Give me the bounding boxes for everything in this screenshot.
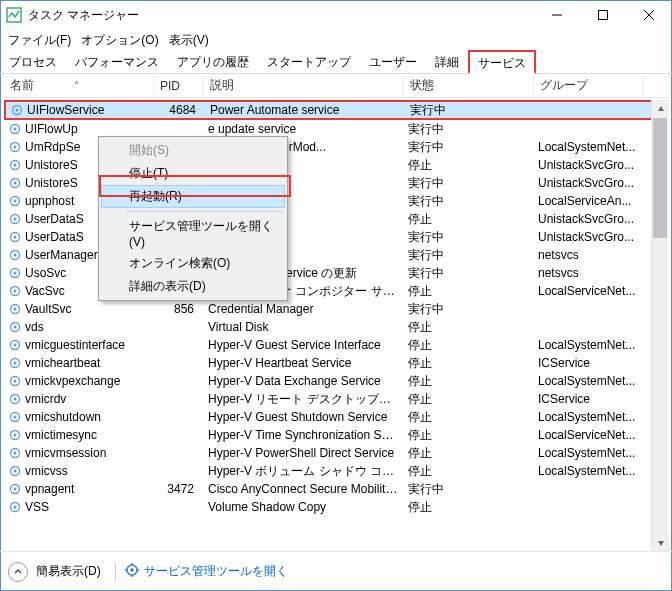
service-desc: Hyper-V PowerShell Direct Service [204, 446, 404, 460]
minimize-button[interactable] [534, 0, 580, 30]
service-group: UnistackSvcGro... [534, 212, 644, 226]
service-icon [8, 194, 22, 208]
table-row[interactable]: vmicvmsessionHyper-V PowerShell Direct S… [4, 444, 668, 462]
service-state: 停止 [404, 391, 534, 408]
scroll-down-button[interactable] [652, 534, 669, 551]
service-state: 停止 [404, 211, 534, 228]
table-row[interactable]: vmicheartbeatHyper-V Heartbeat Service停止… [4, 354, 668, 372]
service-desc: Hyper-V Data Exchange Service [204, 374, 404, 388]
table-row[interactable]: vmicshutdownHyper-V Guest Shutdown Servi… [4, 408, 668, 426]
ctx-start[interactable]: 開始(S) [101, 139, 285, 162]
table-row[interactable]: vmicvssHyper-V ボリューム シャドウ コピー リク...停止Loc… [4, 462, 668, 480]
service-name: UnistoreS [25, 176, 78, 190]
tab-strip: プロセスパフォーマンスアプリの履歴スタートアップユーザー詳細サービス [0, 50, 672, 74]
svg-point-18 [14, 218, 17, 221]
open-services-link[interactable]: サービス管理ツールを開く [124, 562, 288, 581]
menu-file[interactable]: ファイル(F) [4, 30, 75, 51]
service-name: vmicvmsession [25, 446, 106, 460]
table-row[interactable]: VaultSvc856Credential Manager実行中 [4, 300, 668, 318]
service-state: 停止 [404, 337, 534, 354]
tab-0[interactable]: プロセス [0, 50, 66, 73]
svg-point-40 [14, 416, 17, 419]
service-icon [8, 500, 22, 514]
service-name: vmicrdv [25, 392, 66, 406]
service-name: VacSvc [25, 284, 65, 298]
svg-point-12 [14, 164, 17, 167]
column-header-desc[interactable]: 説明 [204, 74, 404, 97]
service-group: LocalSystemNet... [534, 464, 644, 478]
service-state: 実行中 [404, 139, 534, 156]
svg-marker-51 [658, 106, 664, 111]
svg-point-28 [14, 308, 17, 311]
table-row[interactable]: UIFlowService4684Power Automate service実… [4, 100, 668, 120]
service-desc: Power Automate service [206, 103, 406, 117]
tab-4[interactable]: ユーザー [360, 50, 426, 73]
service-group: netsvcs [534, 266, 644, 280]
menu-bar: ファイル(F) オプション(O) 表示(V) [0, 30, 672, 50]
status-bar: 簡易表示(D) サービス管理ツールを開く [0, 551, 672, 591]
fewer-details-toggle[interactable] [8, 562, 28, 582]
column-header-group[interactable]: グループ [534, 74, 644, 97]
column-header-state[interactable]: 状態 [404, 74, 534, 97]
table-row[interactable]: vdsVirtual Disk停止 [4, 318, 668, 336]
service-desc: Virtual Disk [204, 320, 404, 334]
svg-point-54 [130, 568, 134, 572]
table-row[interactable]: vpnagent3472Cisco AnyConnect Secure Mobi… [4, 480, 668, 498]
service-name: UserDataS [25, 230, 84, 244]
ctx-online-search[interactable]: オンライン検索(O) [101, 252, 285, 275]
svg-point-50 [14, 506, 17, 509]
service-desc: Hyper-V Heartbeat Service [204, 356, 404, 370]
tab-5[interactable]: 詳細 [426, 50, 468, 73]
service-state: 停止 [404, 373, 534, 390]
scroll-up-button[interactable] [652, 100, 669, 117]
service-name: vmictimesync [25, 428, 97, 442]
service-state: 停止 [404, 427, 534, 444]
scrollbar-thumb[interactable] [653, 118, 667, 238]
table-row[interactable]: vmictimesyncHyper-V Time Synchronization… [4, 426, 668, 444]
sort-arrow-icon: ˄ [74, 80, 79, 91]
ctx-show-details[interactable]: 詳細の表示(D) [101, 275, 285, 298]
menu-options[interactable]: オプション(O) [77, 30, 162, 51]
table-row[interactable]: vmicrdvHyper-V リモート デスクトップ仮想化サ...停止ICSer… [4, 390, 668, 408]
svg-point-42 [14, 434, 17, 437]
service-name: UnistoreS [25, 158, 78, 172]
service-desc: Hyper-V リモート デスクトップ仮想化サ... [204, 391, 404, 408]
service-desc: Credential Manager [204, 302, 404, 316]
tab-2[interactable]: アプリの履歴 [168, 50, 258, 73]
service-group: netsvcs [534, 248, 644, 262]
service-group: LocalServiceNet... [534, 428, 644, 442]
tab-6[interactable]: サービス [468, 50, 536, 74]
service-icon [8, 122, 22, 136]
ctx-stop[interactable]: 停止(T) [101, 162, 285, 185]
close-button[interactable] [626, 0, 672, 30]
svg-point-16 [14, 200, 17, 203]
maximize-button[interactable] [580, 0, 626, 30]
service-state: 停止 [404, 157, 534, 174]
ctx-open-tools[interactable]: サービス管理ツールを開く(V) [101, 215, 285, 252]
service-pid: 3472 [154, 482, 204, 496]
tab-3[interactable]: スタートアップ [258, 50, 360, 73]
service-pid: 4684 [156, 103, 206, 117]
table-row[interactable]: vmickvpexchangeHyper-V Data Exchange Ser… [4, 372, 668, 390]
context-menu: 開始(S) 停止(T) 再起動(R) サービス管理ツールを開く(V) オンライン… [98, 136, 288, 301]
menu-view[interactable]: 表示(V) [165, 30, 213, 51]
service-group: ICService [534, 356, 644, 370]
service-group: LocalSystemNet... [534, 446, 644, 460]
service-group: UnistackSvcGro... [534, 176, 644, 190]
table-row[interactable]: vmicguestinterfaceHyper-V Guest Service … [4, 336, 668, 354]
tab-1[interactable]: パフォーマンス [66, 50, 168, 73]
column-header-name[interactable]: 名前˄ [4, 74, 154, 97]
table-row[interactable]: VSSVolume Shadow Copy停止 [4, 498, 668, 516]
service-state: 停止 [404, 463, 534, 480]
fewer-details-label[interactable]: 簡易表示(D) [36, 563, 101, 580]
svg-point-36 [14, 380, 17, 383]
service-desc: Hyper-V ボリューム シャドウ コピー リク... [204, 463, 404, 480]
service-icon [8, 140, 22, 154]
service-icon [8, 446, 22, 460]
column-header-pid[interactable]: PID [154, 74, 204, 97]
ctx-restart[interactable]: 再起動(R) [101, 185, 285, 208]
service-state: 実行中 [404, 481, 534, 498]
service-state: 停止 [404, 283, 534, 300]
service-desc: e update service [204, 122, 404, 136]
vertical-scrollbar[interactable] [651, 100, 668, 551]
